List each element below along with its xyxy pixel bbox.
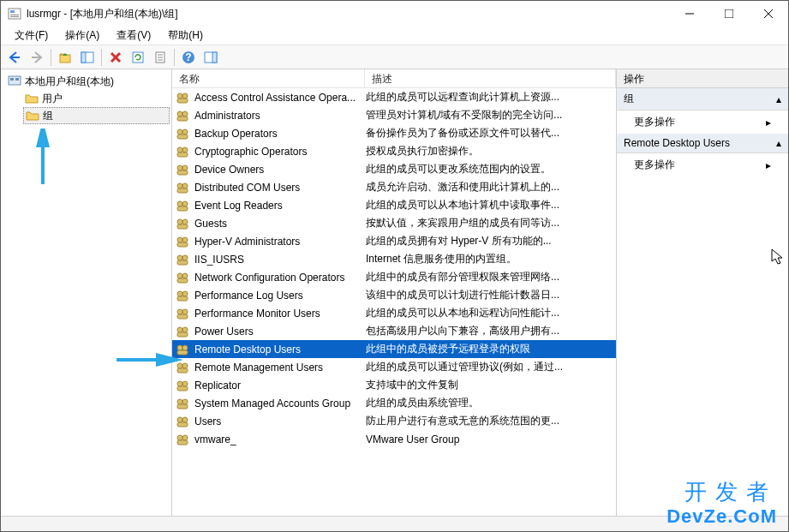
group-icon	[176, 307, 189, 320]
submenu-icon: ▸	[766, 159, 771, 171]
list-row[interactable]: vmware_VMware User Group	[172, 430, 616, 448]
actions-pane: 操作 组 ▴ 更多操作 ▸ Remote Desktop Users ▴ 更多操…	[617, 69, 788, 516]
svg-rect-0	[9, 9, 21, 19]
row-desc: 备份操作员为了备份或还原文件可以替代...	[366, 126, 616, 140]
svg-rect-23	[212, 52, 217, 63]
svg-rect-15	[133, 52, 143, 63]
delete-button[interactable]	[105, 48, 126, 67]
group-icon	[176, 325, 189, 338]
svg-point-46	[182, 201, 188, 206]
row-name: Guests	[194, 218, 366, 230]
row-name: Backup Operators	[194, 128, 366, 140]
svg-rect-74	[177, 368, 188, 373]
actions-header: 操作	[617, 69, 788, 88]
refresh-button[interactable]	[128, 48, 148, 67]
svg-point-28	[182, 93, 188, 99]
collapse-icon: ▴	[776, 93, 781, 105]
list-row[interactable]: Distributed COM Users成员允许启动、激活和使用此计算机上的.…	[172, 178, 616, 196]
actions-more-label: 更多操作	[634, 115, 675, 129]
menu-help[interactable]: 帮助(H)	[161, 27, 210, 45]
forward-button[interactable]	[27, 48, 47, 67]
titlebar: lusrmgr - [本地用户和组(本地)\组]	[1, 1, 788, 27]
list-row[interactable]: Network Configuration Operators此组中的成员有部分…	[172, 268, 616, 286]
svg-point-63	[177, 309, 182, 314]
row-desc: 支持域中的文件复制	[366, 378, 616, 392]
export-list-button[interactable]	[150, 48, 170, 67]
computer-icon	[8, 75, 21, 88]
tree-pane: 本地用户和组(本地) 用户 组	[1, 69, 172, 516]
svg-point-43	[182, 183, 188, 188]
list-row[interactable]: Performance Monitor Users此组的成员可以从本地和远程访问…	[172, 304, 616, 322]
folder-icon	[26, 109, 39, 123]
column-name[interactable]: 名称	[172, 69, 365, 87]
group-icon	[176, 289, 189, 302]
list-row[interactable]: Performance Log Users该组中的成员可以计划进行性能计数器日.…	[172, 286, 616, 304]
list-row[interactable]: Backup Operators备份操作员为了备份或还原文件可以替代...	[172, 124, 616, 142]
toolbar-separator	[174, 49, 175, 66]
svg-point-45	[177, 201, 182, 206]
list-row[interactable]: Hyper-V Administrators此组的成员拥有对 Hyper-V 所…	[172, 232, 616, 250]
svg-point-54	[177, 255, 182, 260]
list-row[interactable]: Power Users包括高级用户以向下兼容，高级用户拥有...	[172, 322, 616, 340]
back-button[interactable]	[4, 48, 25, 67]
list-row[interactable]: System Managed Accounts Group此组的成员由系统管理。	[172, 394, 616, 412]
maximize-button[interactable]	[709, 1, 749, 27]
row-name: System Managed Accounts Group	[194, 398, 366, 409]
row-name: Cryptographic Operators	[194, 146, 366, 158]
row-desc: 此组的成员可以从本地和远程访问性能计...	[366, 306, 616, 320]
group-icon	[176, 109, 189, 123]
svg-point-57	[177, 273, 182, 278]
list-row[interactable]: Access Control Assistance Opera...此组的成员可…	[172, 88, 616, 106]
column-desc[interactable]: 描述	[365, 69, 616, 87]
list-row[interactable]: Administrators管理员对计算机/域有不受限制的完全访问...	[172, 106, 616, 124]
row-name: Performance Monitor Users	[194, 308, 366, 320]
svg-rect-12	[81, 52, 86, 63]
group-icon	[176, 217, 189, 230]
svg-point-69	[177, 345, 182, 350]
list-row[interactable]: Remote Desktop Users此组中的成员被授予远程登录的权限	[172, 340, 616, 358]
tree-groups-item[interactable]: 组	[23, 107, 170, 124]
list-pane: 名称 描述 Access Control Assistance Opera...…	[172, 69, 617, 516]
show-hide-tree-button[interactable]	[77, 48, 98, 67]
group-icon	[176, 199, 189, 212]
svg-rect-32	[177, 117, 188, 121]
list-row[interactable]: Cryptographic Operators授权成员执行加密操作。	[172, 142, 616, 160]
list-row[interactable]: Device Owners此组的成员可以更改系统范围内的设置。	[172, 160, 616, 178]
group-icon	[176, 343, 189, 356]
svg-point-70	[182, 345, 188, 350]
svg-point-78	[177, 399, 182, 404]
row-desc: 包括高级用户以向下兼容，高级用户拥有...	[366, 324, 616, 338]
svg-text:?: ?	[185, 51, 191, 63]
actions-section-groups[interactable]: 组 ▴	[617, 88, 788, 111]
show-hide-action-pane-button[interactable]	[200, 48, 221, 67]
list-row[interactable]: Guests按默认值，来宾跟用户组的成员有同等访...	[172, 214, 616, 232]
group-icon	[176, 361, 189, 374]
row-name: Replicator	[194, 380, 366, 392]
row-name: vmware_	[194, 433, 366, 445]
list-row[interactable]: Event Log Readers此组的成员可以从本地计算机中读取事件...	[172, 196, 616, 214]
svg-rect-3	[10, 16, 19, 17]
list-row[interactable]: Users防止用户进行有意或无意的系统范围的更...	[172, 412, 616, 430]
tree-root-item[interactable]: 本地用户和组(本地)	[6, 73, 170, 90]
menu-view[interactable]: 查看(V)	[110, 27, 158, 45]
menu-file[interactable]: 文件(F)	[8, 27, 55, 45]
up-folder-button[interactable]	[55, 48, 75, 67]
actions-section-selected[interactable]: Remote Desktop Users ▴	[617, 134, 788, 153]
list-row[interactable]: IIS_IUSRSInternet 信息服务使用的内置组。	[172, 250, 616, 268]
list-row[interactable]: Replicator支持域中的文件复制	[172, 376, 616, 394]
help-button[interactable]: ?	[178, 48, 199, 67]
menubar: 文件(F) 操作(A) 查看(V) 帮助(H)	[1, 27, 788, 45]
list-row[interactable]: Remote Management Users此组的成员可以通过管理协议(例如，…	[172, 358, 616, 376]
actions-more-groups[interactable]: 更多操作 ▸	[617, 111, 788, 134]
svg-point-64	[182, 309, 188, 314]
menu-action[interactable]: 操作(A)	[58, 27, 106, 45]
actions-more-selected[interactable]: 更多操作 ▸	[617, 153, 788, 176]
close-button[interactable]	[749, 1, 788, 27]
svg-point-30	[177, 111, 182, 117]
minimize-button[interactable]	[670, 1, 709, 27]
svg-rect-41	[177, 170, 188, 175]
submenu-icon: ▸	[766, 117, 771, 129]
tree-users-item[interactable]: 用户	[23, 90, 170, 107]
svg-point-81	[177, 417, 182, 422]
svg-rect-56	[177, 260, 188, 265]
